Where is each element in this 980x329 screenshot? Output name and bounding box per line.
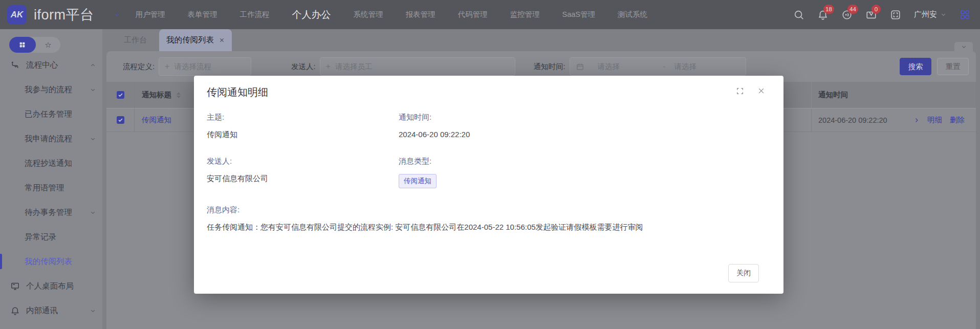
process-select-input[interactable]: + 请选择流程: [159, 57, 251, 76]
tab-my-circulation-list[interactable]: 我的传阅列表: [159, 29, 232, 51]
delete-action-link[interactable]: 删除: [950, 115, 965, 125]
tab-workbench[interactable]: 工作台: [117, 29, 154, 51]
plus-icon: +: [326, 62, 331, 71]
notice-time: 2024-06-20 09:22:20: [818, 116, 887, 124]
sidebar-item-cc-notice[interactable]: 流程抄送通知: [0, 151, 102, 176]
menu-item-user-mgmt[interactable]: 用户管理: [136, 10, 165, 19]
menu-item-test-system[interactable]: 测试系统: [618, 10, 647, 19]
subject-value: 传阅通知: [207, 130, 399, 140]
menu-item-system-mgmt[interactable]: 系统管理: [354, 10, 383, 19]
menu-item-saas-mgmt[interactable]: SaaS管理: [562, 10, 595, 19]
message-content-field: 消息内容: 任务传阅通知：您有安可信息有限公司提交的流程实例: 安可信息有限公司…: [207, 205, 771, 232]
tab-label: 我的传阅列表: [166, 35, 214, 46]
sidebar-item-internal-comms[interactable]: 内部通讯: [0, 298, 102, 323]
close-icon[interactable]: [219, 37, 225, 43]
modal-title: 传阅通知明细: [207, 85, 268, 99]
sidebar-item-todo-mgmt[interactable]: 待办事务管理: [0, 200, 102, 225]
menu-item-personal-office[interactable]: 个人办公: [292, 8, 331, 21]
sidebar-item-done-tasks[interactable]: 已办任务管理: [0, 102, 102, 126]
sidebar-item-label: 已办任务管理: [25, 109, 72, 120]
message-type-label: 消息类型:: [399, 157, 771, 166]
topbar-actions: 18 44 0 广州安: [793, 9, 980, 20]
menu-item-monitor-mgmt[interactable]: 监控管理: [510, 10, 540, 19]
modal-close-icon[interactable]: [757, 87, 765, 95]
user-menu[interactable]: 广州安: [914, 10, 946, 19]
header-time-cell: 通知时间: [811, 82, 908, 108]
chevron-down-icon[interactable]: [114, 11, 120, 18]
plus-icon: +: [165, 62, 169, 71]
mail-icon[interactable]: 0: [865, 9, 877, 20]
search-icon[interactable]: [793, 9, 804, 20]
header-checkbox-cell: [106, 82, 135, 108]
detail-action-link[interactable]: 明细: [927, 115, 942, 125]
modal-close-button[interactable]: 关闭: [728, 264, 759, 282]
sidebar-item-my-circulation-list[interactable]: 我的传阅列表: [0, 249, 102, 274]
sidebar-item-label: 内部通讯: [26, 305, 58, 316]
reset-button[interactable]: 重置: [937, 58, 969, 75]
sort-icons[interactable]: [177, 92, 181, 98]
chevron-down-icon: [90, 87, 96, 93]
sidebar-item-my-participated[interactable]: 我参与的流程: [0, 77, 102, 102]
sender-select-input[interactable]: + 请选择员工: [320, 57, 515, 76]
tab-label: 工作台: [124, 35, 147, 45]
app-title: iform平台: [34, 6, 94, 24]
sidebar-item-desktop-layout[interactable]: 个人桌面布局: [0, 274, 102, 298]
app-logo-icon: AK: [7, 5, 27, 25]
row-checkbox-cell: [106, 108, 135, 131]
sidebar-item-label: 我的传阅列表: [25, 256, 72, 267]
time-end-placeholder: 请选择: [674, 62, 731, 72]
column-header-title[interactable]: 通知标题: [142, 90, 171, 100]
column-header-time: 通知时间: [818, 90, 848, 100]
expand-chevron-icon[interactable]: [913, 117, 920, 123]
tabs-overflow-button[interactable]: [954, 42, 973, 51]
broadcast-icon[interactable]: 44: [841, 9, 853, 20]
sidebar-item-label: 流程中心: [26, 60, 58, 71]
sidebar: ☆ 流程中心 我参与的流程 已办任务管理 我申请的流程: [0, 29, 102, 329]
calendar-icon: [576, 62, 584, 71]
menu-item-code-mgmt[interactable]: 代码管理: [458, 10, 488, 19]
process-placeholder: 请选择流程: [174, 62, 211, 72]
modal-fullscreen-icon[interactable]: [736, 87, 744, 95]
sender-field: 发送人: 安可信息有限公司: [207, 157, 399, 188]
sidebar-item-my-applied[interactable]: 我申请的流程: [0, 126, 102, 151]
sidebar-item-process-center[interactable]: 流程中心: [0, 53, 102, 77]
apps-grid-icon[interactable]: [959, 9, 971, 20]
notification-bell-icon[interactable]: 18: [817, 9, 829, 20]
sidebar-item-exception-records[interactable]: 异常记录: [0, 225, 102, 249]
sidebar-view-toggle: ☆: [9, 37, 60, 53]
notice-time-value: 2024-06-20 09:22:20: [399, 130, 771, 139]
select-all-checkbox[interactable]: [117, 91, 124, 99]
menu-item-report-mgmt[interactable]: 报表管理: [406, 10, 435, 19]
sidebar-item-label: 流程抄送通知: [25, 158, 72, 169]
subject-field: 主题: 传阅通知: [207, 113, 399, 140]
search-button[interactable]: 搜索: [900, 58, 931, 75]
notice-time-field: 通知时间: 2024-06-20 09:22:20: [399, 113, 771, 140]
row-time-cell: 2024-06-20 09:22:20: [811, 108, 908, 131]
range-separator: -: [654, 62, 674, 71]
fullscreen-icon[interactable]: [890, 9, 901, 20]
topbar-menu: 用户管理 表单管理 工作流程 个人办公 系统管理 报表管理 代码管理 监控管理 …: [136, 8, 647, 21]
row-checkbox[interactable]: [117, 116, 124, 124]
topbar: AK iform平台 用户管理 表单管理 工作流程 个人办公 系统管理 报表管理…: [0, 0, 980, 29]
time-range-picker[interactable]: 请选择 - 请选择: [570, 57, 746, 76]
sidebar-item-label: 常用语管理: [25, 183, 64, 193]
menu-item-form-mgmt[interactable]: 表单管理: [188, 10, 217, 19]
menu-item-workflow[interactable]: 工作流程: [240, 10, 270, 19]
desktop-icon: [10, 281, 20, 291]
bell-icon: [10, 306, 20, 316]
user-name: 广州安: [914, 10, 937, 19]
circulation-notice-detail-modal: 传阅通知明细 主题: 传阅通知 通知时间: 2024-06-20 09:22:2…: [194, 76, 783, 294]
chevron-up-icon: [90, 62, 96, 68]
star-icon: ☆: [45, 40, 51, 50]
favorites-toggle[interactable]: ☆: [36, 37, 60, 53]
notice-time-label: 通知时间:: [399, 113, 771, 122]
notice-title-link[interactable]: 传阅通知: [142, 115, 171, 125]
sender-label: 发送人:: [207, 157, 399, 166]
sender-value: 安可信息有限公司: [207, 174, 399, 184]
tab-bar: 工作台 我的传阅列表: [102, 29, 980, 51]
modal-body: 主题: 传阅通知 通知时间: 2024-06-20 09:22:20 发送人: …: [207, 113, 771, 249]
sidebar-item-common-phrases[interactable]: 常用语管理: [0, 176, 102, 200]
time-start-placeholder: 请选择: [598, 62, 654, 72]
broadcast-badge: 44: [847, 5, 858, 14]
grid-view-toggle[interactable]: [9, 37, 36, 53]
